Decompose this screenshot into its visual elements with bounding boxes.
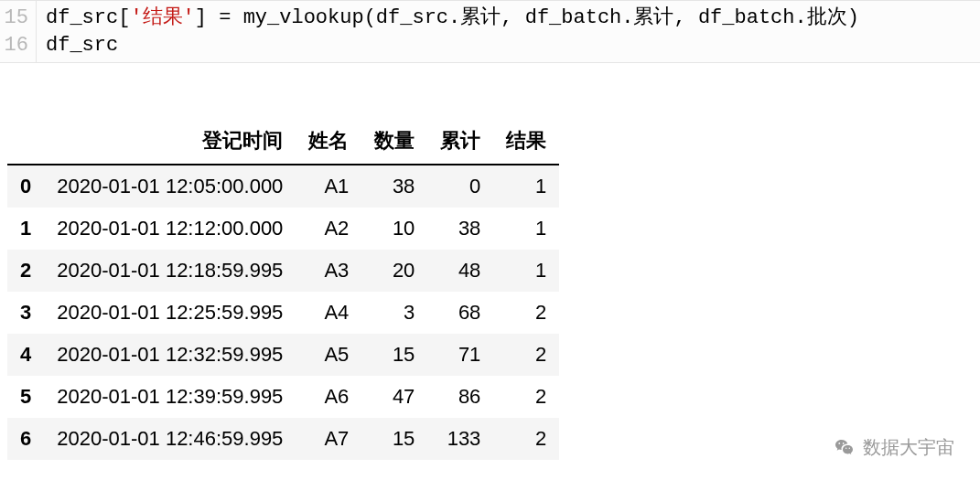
line-number: 16 xyxy=(0,32,28,59)
cell-qty: 10 xyxy=(361,208,427,250)
cell-res: 2 xyxy=(493,334,559,376)
cell-cum: 68 xyxy=(427,292,493,334)
cell-cum: 71 xyxy=(427,334,493,376)
cell-cum: 38 xyxy=(427,208,493,250)
code-cell: 15 16 df_src['结果'] = my_vlookup(df_src.累… xyxy=(0,0,980,63)
watermark: 数据大宇宙 xyxy=(834,435,954,460)
table-row: 3 2020-01-01 12:25:59.995 A4 3 68 2 xyxy=(7,292,559,334)
cell-qty: 15 xyxy=(361,334,427,376)
code-content: df_src['结果'] = my_vlookup(df_src.累计, df_… xyxy=(37,1,859,62)
cell-time: 2020-01-01 12:05:00.000 xyxy=(44,165,296,208)
table-row: 0 2020-01-01 12:05:00.000 A1 38 0 1 xyxy=(7,165,559,208)
cell-name: A7 xyxy=(296,418,361,460)
table-row: 4 2020-01-01 12:32:59.995 A5 15 71 2 xyxy=(7,334,559,376)
cell-qty: 3 xyxy=(361,292,427,334)
cell-cum: 0 xyxy=(427,165,493,208)
cell-time: 2020-01-01 12:18:59.995 xyxy=(44,250,296,292)
cell-time: 2020-01-01 12:46:59.995 xyxy=(44,418,296,460)
col-header: 结果 xyxy=(493,118,559,165)
row-index: 4 xyxy=(7,334,44,376)
code-gutter: 15 16 xyxy=(0,1,37,62)
watermark-text: 数据大宇宙 xyxy=(863,435,954,460)
col-header: 姓名 xyxy=(296,118,361,165)
cell-time: 2020-01-01 12:25:59.995 xyxy=(44,292,296,334)
cell-qty: 47 xyxy=(361,376,427,418)
row-index: 3 xyxy=(7,292,44,334)
row-index: 6 xyxy=(7,418,44,460)
cell-time: 2020-01-01 12:12:00.000 xyxy=(44,208,296,250)
table-row: 1 2020-01-01 12:12:00.000 A2 10 38 1 xyxy=(7,208,559,250)
cell-qty: 20 xyxy=(361,250,427,292)
cell-name: A1 xyxy=(296,165,361,208)
col-header: 登记时间 xyxy=(44,118,296,165)
cell-name: A3 xyxy=(296,250,361,292)
dataframe-table: 登记时间 姓名 数量 累计 结果 0 2020-01-01 12:05:00.0… xyxy=(7,118,559,460)
code-text: ] = my_vlookup(df_src.累计, df_batch.累计, d… xyxy=(195,6,859,29)
cell-cum: 86 xyxy=(427,376,493,418)
cell-name: A6 xyxy=(296,376,361,418)
cell-name: A5 xyxy=(296,334,361,376)
cell-qty: 15 xyxy=(361,418,427,460)
row-index: 1 xyxy=(7,208,44,250)
cell-res: 1 xyxy=(493,208,559,250)
table-row: 2 2020-01-01 12:18:59.995 A3 20 48 1 xyxy=(7,250,559,292)
col-header: 数量 xyxy=(361,118,427,165)
col-header: 累计 xyxy=(427,118,493,165)
cell-name: A4 xyxy=(296,292,361,334)
wechat-icon xyxy=(834,437,856,459)
cell-res: 2 xyxy=(493,292,559,334)
row-index: 2 xyxy=(7,250,44,292)
cell-qty: 38 xyxy=(361,165,427,208)
cell-res: 2 xyxy=(493,376,559,418)
table-header-row: 登记时间 姓名 数量 累计 结果 xyxy=(7,118,559,165)
cell-res: 1 xyxy=(493,165,559,208)
cell-cum: 48 xyxy=(427,250,493,292)
code-string: '结果' xyxy=(130,6,194,29)
cell-time: 2020-01-01 12:39:59.995 xyxy=(44,376,296,418)
index-header xyxy=(7,118,44,165)
code-text: df_src[ xyxy=(46,6,130,29)
line-number: 15 xyxy=(0,5,28,32)
cell-cum: 133 xyxy=(427,418,493,460)
row-index: 0 xyxy=(7,165,44,208)
dataframe-output: 登记时间 姓名 数量 累计 结果 0 2020-01-01 12:05:00.0… xyxy=(7,118,980,460)
code-text: df_src xyxy=(46,34,118,57)
row-index: 5 xyxy=(7,376,44,418)
table-row: 6 2020-01-01 12:46:59.995 A7 15 133 2 xyxy=(7,418,559,460)
cell-res: 1 xyxy=(493,250,559,292)
cell-name: A2 xyxy=(296,208,361,250)
cell-time: 2020-01-01 12:32:59.995 xyxy=(44,334,296,376)
cell-res: 2 xyxy=(493,418,559,460)
table-row: 5 2020-01-01 12:39:59.995 A6 47 86 2 xyxy=(7,376,559,418)
